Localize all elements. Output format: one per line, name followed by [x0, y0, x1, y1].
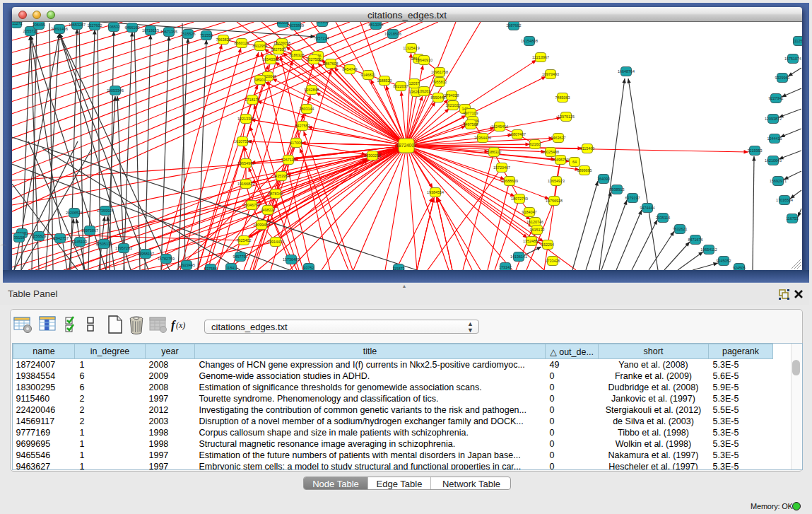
svg-text:20206526: 20206526 [66, 211, 83, 215]
svg-text:9115460: 9115460 [580, 146, 595, 151]
svg-text:13975125: 13975125 [558, 115, 575, 119]
svg-text:6899695: 6899695 [577, 168, 592, 173]
svg-text:417006: 417006 [290, 141, 302, 145]
svg-text:10807487: 10807487 [509, 132, 526, 136]
svg-text:136263: 136263 [418, 89, 430, 93]
svg-text:16648764: 16648764 [618, 69, 635, 74]
svg-text:19218506: 19218506 [384, 32, 401, 36]
svg-text:20364436: 20364436 [474, 136, 491, 140]
svg-text:9227342: 9227342 [769, 96, 784, 100]
svg-text:9245052: 9245052 [717, 259, 731, 263]
svg-text:211272: 211272 [12, 22, 23, 25]
svg-text:8813054: 8813054 [369, 23, 384, 27]
svg-text:8186328: 8186328 [290, 53, 305, 57]
svg-text:16154808: 16154808 [521, 39, 538, 43]
svg-text:10025488: 10025488 [542, 150, 559, 154]
svg-text:20053346: 20053346 [107, 88, 124, 93]
svg-text:1145193: 1145193 [73, 240, 88, 244]
svg-text:10973493: 10973493 [542, 72, 559, 76]
svg-text:19756928: 19756928 [546, 199, 563, 203]
svg-text:164093: 164093 [597, 177, 610, 181]
svg-text:1527602: 1527602 [88, 23, 102, 28]
svg-text:17957263: 17957263 [115, 246, 132, 250]
svg-text:1244415: 1244415 [767, 136, 782, 141]
svg-text:14136141: 14136141 [510, 255, 527, 259]
svg-text:18300295: 18300295 [364, 153, 381, 158]
svg-text:16120746: 16120746 [526, 220, 543, 224]
svg-text:7515526: 7515526 [181, 32, 196, 36]
svg-text:9794028: 9794028 [445, 93, 459, 98]
svg-text:93752: 93752 [304, 266, 314, 270]
svg-text:16033809: 16033809 [287, 23, 304, 28]
svg-text:10046798: 10046798 [243, 203, 260, 207]
svg-text:1615132: 1615132 [530, 228, 545, 232]
svg-text:11325419: 11325419 [403, 46, 420, 50]
svg-text:13654923: 13654923 [548, 179, 565, 183]
svg-text:10654112: 10654112 [700, 247, 717, 252]
svg-text:17016504: 17016504 [776, 198, 793, 202]
svg-text:14958107: 14958107 [137, 252, 154, 256]
svg-text:2803144: 2803144 [300, 107, 314, 111]
svg-text:18640910: 18640910 [416, 58, 433, 62]
svg-text:15692971: 15692971 [770, 179, 787, 183]
svg-text:18724007: 18724007 [396, 143, 417, 148]
svg-text:106532: 106532 [107, 25, 120, 29]
svg-text:12505135: 12505135 [95, 242, 112, 246]
svg-text:203368: 203368 [316, 22, 329, 24]
svg-text:6497568: 6497568 [464, 122, 478, 127]
svg-text:16107553: 16107553 [234, 139, 251, 144]
svg-text:10671355: 10671355 [160, 30, 177, 34]
svg-text:8322037: 8322037 [394, 84, 408, 88]
svg-text:3267110: 3267110 [281, 158, 296, 162]
svg-text:14353954: 14353954 [273, 174, 290, 178]
svg-text:7663822: 7663822 [216, 37, 231, 42]
svg-text:9474444: 9474444 [640, 206, 655, 210]
svg-text:15720407: 15720407 [493, 165, 510, 170]
svg-text:(x): (x) [176, 320, 185, 330]
svg-text:116753: 116753 [786, 216, 799, 221]
svg-text:19914479: 19914479 [267, 240, 284, 244]
svg-text:8471676: 8471676 [688, 238, 703, 242]
svg-text:18072749: 18072749 [511, 197, 528, 201]
svg-text:13495750: 13495750 [552, 158, 569, 162]
svg-text:12213389: 12213389 [237, 117, 254, 121]
svg-text:9457791: 9457791 [233, 255, 248, 259]
svg-text:9184047: 9184047 [522, 210, 537, 214]
svg-text:9977109: 9977109 [464, 111, 478, 115]
svg-text:15751074: 15751074 [784, 57, 801, 61]
svg-text:11841: 11841 [226, 266, 237, 270]
svg-text:1588520: 1588520 [377, 78, 392, 83]
svg-text:1621022: 1621022 [446, 103, 461, 107]
svg-text:1156829: 1156829 [32, 234, 47, 238]
svg-text:9463627: 9463627 [551, 136, 566, 140]
svg-text:9146821: 9146821 [361, 73, 376, 77]
svg-text:7955812: 7955812 [433, 80, 447, 84]
svg-text:18226058: 18226058 [273, 41, 290, 45]
svg-text:7632621: 7632621 [673, 227, 688, 231]
svg-text:6379197: 6379197 [625, 196, 640, 200]
svg-text:12093872: 12093872 [765, 117, 782, 121]
svg-text:152254: 152254 [541, 243, 554, 247]
svg-text:7386322: 7386322 [487, 150, 502, 154]
svg-text:16543362: 16543362 [262, 57, 279, 62]
svg-text:8990448: 8990448 [431, 95, 446, 100]
svg-text:2935114: 2935114 [656, 216, 671, 220]
svg-text:12923445: 12923445 [178, 263, 195, 267]
svg-text:12037: 12037 [409, 81, 420, 86]
svg-text:16245454: 16245454 [491, 124, 508, 129]
svg-text:9327506: 9327506 [307, 57, 322, 62]
svg-text:9242848: 9242848 [305, 88, 319, 92]
svg-text:8454749: 8454749 [343, 67, 358, 71]
svg-text:10719155: 10719155 [142, 28, 159, 33]
svg-text:33975867: 33975867 [81, 228, 98, 233]
svg-text:2867608: 2867608 [324, 62, 339, 66]
svg-text:19384554: 19384554 [427, 190, 444, 194]
svg-text:17359924: 17359924 [97, 209, 114, 213]
svg-text:6466160: 6466160 [125, 25, 140, 30]
svg-text:10653287: 10653287 [69, 23, 86, 27]
svg-text:19166829: 19166829 [237, 182, 254, 186]
svg-text:924505: 924505 [733, 266, 746, 270]
svg-text:8878342: 8878342 [269, 192, 283, 196]
svg-text:173142: 173142 [499, 265, 512, 269]
svg-text:10961758: 10961758 [431, 70, 448, 74]
